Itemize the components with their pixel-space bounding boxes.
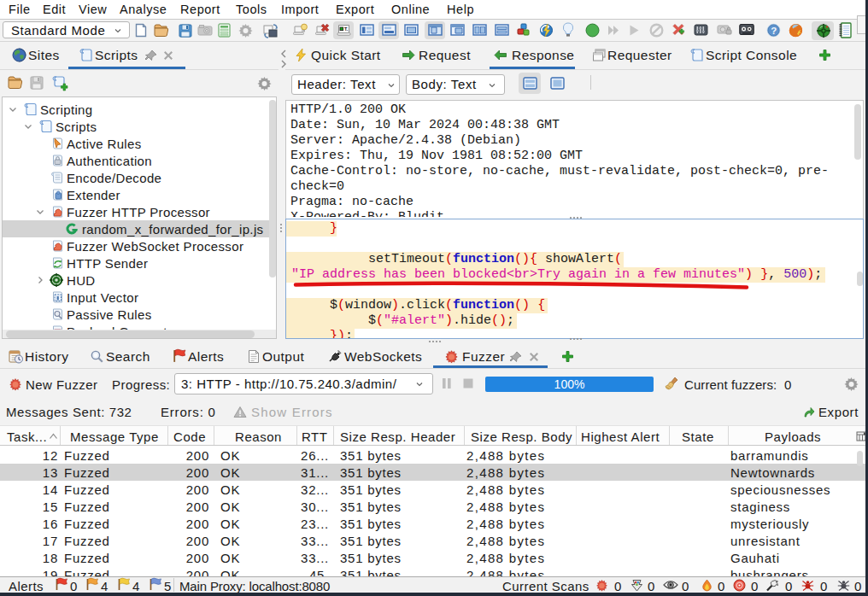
svg-text:T.: T. xyxy=(344,26,349,32)
svg-text:?: ? xyxy=(771,26,777,36)
